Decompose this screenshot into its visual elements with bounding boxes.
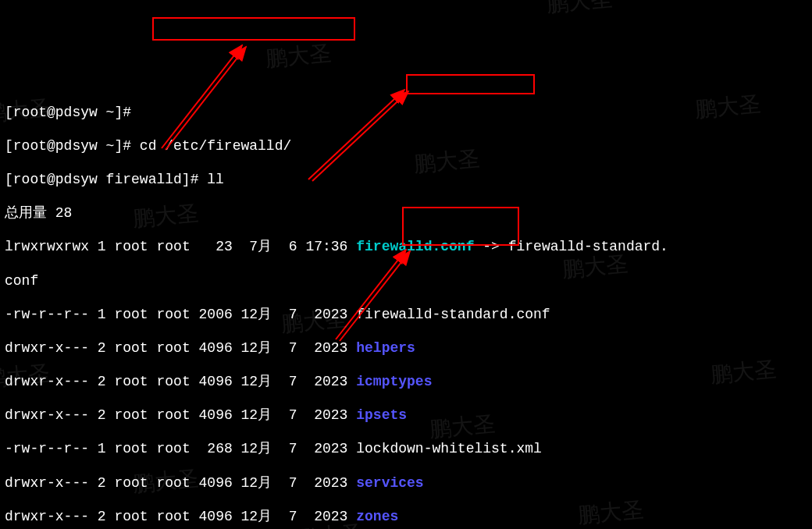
dir-name: zones [356, 509, 398, 524]
file-entry: drwxr-x--- 2 root root 4096 12月 7 2023 h… [5, 340, 807, 357]
file-entry: -rw-r--r-- 1 root root 268 12月 7 2023 lo… [5, 441, 807, 458]
file-entry-cont: conf [5, 273, 807, 290]
symlink-name: firewalld.conf [356, 239, 474, 254]
dir-name: helpers [356, 340, 415, 356]
file-entry: drwxr-x--- 2 root root 4096 12月 7 2023 i… [5, 374, 807, 391]
prompt: [root@pdsyw ~]# [5, 105, 131, 120]
prompt: [root@pdsyw ~]# [5, 138, 131, 154]
terminal-output[interactable]: [root@pdsyw ~]# [root@pdsyw ~]# cd /etc/… [5, 87, 807, 529]
dir-name: icmptypes [356, 374, 432, 389]
file-entry: -rw-r--r-- 1 root root 2006 12月 7 2023 f… [5, 307, 807, 324]
dir-name: ipsets [356, 407, 407, 423]
dir-name: services [356, 475, 423, 491]
file-name: firewalld-standard.conf [356, 307, 550, 322]
file-entry: drwxr-x--- 2 root root 4096 12月 7 2023 i… [5, 407, 807, 424]
annotation-box-cd-command [152, 17, 355, 41]
file-name: lockdown-whitelist.xml [356, 441, 542, 456]
total-line: 总用量 28 [5, 205, 807, 222]
file-entry: drwxr-x--- 2 root root 4096 12月 7 2023 z… [5, 509, 807, 526]
watermark-text: 鹏大圣 [546, 0, 614, 17]
prompt: [root@pdsyw firewalld]# [5, 172, 198, 187]
prompt-line: [root@pdsyw firewalld]# ll [5, 172, 807, 189]
file-entry: drwxr-x--- 2 root root 4096 12月 7 2023 s… [5, 475, 807, 492]
prompt-line: [root@pdsyw ~]# cd /etc/firewalld/ [5, 138, 807, 155]
command-text: ll [207, 172, 224, 187]
command-text: cd /etc/firewalld/ [140, 138, 291, 154]
file-entry: lrwxrwxrwx 1 root root 23 7月 6 17:36 fir… [5, 239, 807, 256]
prompt-line: [root@pdsyw ~]# [5, 105, 807, 122]
watermark-text: 鹏大圣 [265, 40, 333, 72]
